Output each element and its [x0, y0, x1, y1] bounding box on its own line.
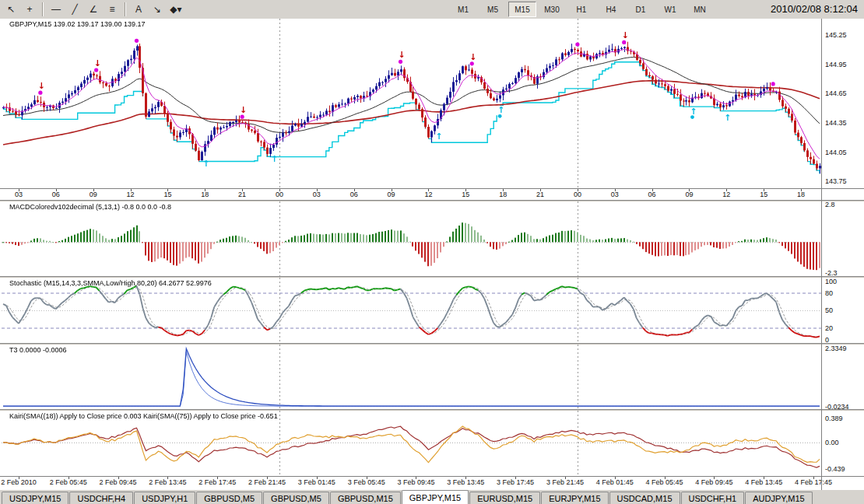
kairi-indicator-label: Kairi(SMA((18)) Apply to Close price 0.0… [9, 412, 278, 420]
price-chart-canvas[interactable] [2, 19, 821, 188]
stochastic-indicator-label: Stochastic (M15,14,3,3,SMMA,Low/High,80,… [9, 279, 212, 287]
crosshair-icon[interactable]: + [20, 2, 39, 17]
shapes-icon[interactable]: ◆▾ [167, 2, 185, 17]
axis-tick [56, 189, 57, 191]
chart-tab-gbpusd-m5[interactable]: GBPUSD,M5 [196, 492, 262, 504]
chart-tab-gbpusd-m15[interactable]: GBPUSD,M15 [330, 492, 401, 504]
axis-tick [279, 189, 280, 191]
stochastic-scale-label: 20 [825, 324, 833, 332]
chart-tab-gbpjpy-m15[interactable]: GBPJPY,M15 [402, 490, 469, 504]
chart-tab-eurusd-m15[interactable]: EURUSD,M15 [469, 492, 540, 504]
hour-label: 12 [717, 191, 736, 198]
price-scale-label: 144.35 [825, 119, 847, 127]
axis-tick [565, 477, 566, 479]
hour-label: 21 [233, 191, 251, 198]
axis-tick [217, 477, 218, 479]
hour-label: 06 [345, 191, 364, 198]
stochastic-scale-label: 100 [825, 278, 837, 285]
panel-splitter[interactable] [0, 276, 864, 278]
cursor-icon[interactable]: ↖ [2, 2, 20, 17]
t3-panel-canvas[interactable] [2, 345, 821, 409]
axis-tick [652, 189, 653, 191]
arrow-tool-icon[interactable]: ↘ [148, 2, 167, 17]
axis-tick [93, 189, 94, 191]
axis-tick [540, 189, 541, 191]
chart-tab-usdcad-m15[interactable]: USDCAD,M15 [609, 492, 680, 504]
angle-trendline-icon[interactable]: ∠ [84, 2, 103, 17]
chart-tab-usdjpy-m15[interactable]: USDJPY,M15 [2, 492, 68, 504]
equidistant-channel-icon[interactable]: ≡ [103, 2, 121, 17]
stochastic-scale-label: 0 [825, 336, 829, 344]
stochastic-panel-canvas[interactable] [2, 278, 821, 343]
axis-tick [19, 189, 19, 191]
axis-tick [615, 189, 616, 191]
axis-tick [242, 189, 243, 191]
kairi-scale-label: 0.389 [825, 415, 843, 422]
chart-tab-usdjpy-h1[interactable]: USDJPY,H1 [134, 492, 195, 504]
kairi-scale-label: -0.439 [825, 465, 845, 473]
hour-label: 18 [792, 191, 810, 198]
axis-tick [205, 189, 205, 191]
chart-title-ohlc: GBPJPY,M15 139.02 139.17 139.00 139.17 [9, 20, 145, 28]
price-scale-label: 144.95 [825, 61, 847, 68]
axis-tick [392, 189, 392, 191]
hour-label: 15 [456, 191, 475, 198]
macd-scale-label: 2.8 [825, 201, 835, 208]
clock: 2010/02/08 8:12:04 [771, 3, 858, 15]
hour-label: 00 [270, 191, 289, 198]
timeframe-button-d1[interactable]: D1 [627, 2, 655, 17]
macd-indicator-label: MACDColoredv102decimal (5,13,1) -0.8 0.0… [9, 203, 171, 211]
horizontal-line-icon[interactable]: — [47, 2, 65, 17]
axis-tick [465, 189, 466, 191]
kairi-panel-canvas[interactable] [2, 411, 821, 476]
chart-tab-usdchf-h4[interactable]: USDCHF,H4 [69, 492, 133, 504]
hour-label: 06 [47, 191, 65, 198]
kairi-scale-label: 0.00 [825, 439, 839, 446]
toolbar-separator [42, 2, 44, 16]
trendline-icon[interactable]: ╱ [65, 2, 84, 17]
date-label: 4 Feb 17:45 [784, 478, 843, 486]
hour-label: 09 [680, 191, 698, 198]
chart-toolbar: ↖+—╱∠≡A↘◆▾ M1M5M15M30H1H4D1W1MN 2010/02/… [0, 0, 864, 19]
timeframe-button-m1[interactable]: M1 [449, 2, 477, 17]
price-scale-label: 144.65 [825, 89, 847, 97]
hour-label: 03 [606, 191, 624, 198]
price-scale-divider [821, 19, 822, 490]
timeframe-toolbar: M1M5M15M30H1H4D1W1MN [448, 2, 715, 17]
axis-tick [726, 189, 727, 191]
hour-label: 15 [158, 191, 177, 198]
panel-splitter[interactable] [0, 409, 864, 411]
price-scale-label: 144.05 [825, 149, 847, 156]
hour-label: 15 [754, 191, 773, 198]
date-axis: 2 Feb 20102 Feb 05:452 Feb 09:452 Feb 13… [0, 477, 821, 488]
chart-tab-usdchf-h1[interactable]: USDCHF,H1 [681, 492, 745, 504]
timeframe-button-h4[interactable]: H4 [597, 2, 625, 17]
axis-tick [714, 477, 715, 479]
timeframe-button-w1[interactable]: W1 [656, 2, 684, 17]
macd-panel-canvas[interactable] [2, 201, 821, 276]
timeframe-button-mn[interactable]: MN [686, 2, 714, 17]
axis-tick [465, 477, 466, 479]
timeframe-button-h1[interactable]: H1 [567, 2, 595, 17]
toolbar-separator [125, 2, 126, 16]
axis-tick [813, 477, 814, 479]
chart-tab-gbpusd-m5[interactable]: GBPUSD,M5 [263, 492, 329, 504]
axis-tick [515, 477, 516, 479]
stochastic-scale-label: 80 [825, 289, 833, 297]
axis-tick [267, 477, 268, 479]
hour-label: 21 [531, 191, 550, 198]
chart-window: 0306091215182100030609121518210003060912… [0, 19, 864, 490]
axis-tick [354, 189, 355, 191]
panel-splitter[interactable] [0, 343, 864, 345]
chart-tab-audjpy-m15[interactable]: AUDJPY,M15 [745, 492, 812, 504]
timeframe-button-m15[interactable]: M15 [508, 2, 536, 17]
hour-label: 06 [643, 191, 662, 198]
axis-tick [416, 477, 416, 479]
text-icon[interactable]: A [129, 2, 148, 17]
macd-scale-label: -2.3 [825, 269, 838, 277]
timeframe-button-m30[interactable]: M30 [538, 2, 566, 17]
timeframe-button-m5[interactable]: M5 [479, 2, 507, 17]
chart-tab-eurjpy-m15[interactable]: EURJPY,M15 [541, 492, 608, 504]
panel-splitter[interactable] [0, 200, 864, 201]
axis-tick [167, 189, 168, 191]
